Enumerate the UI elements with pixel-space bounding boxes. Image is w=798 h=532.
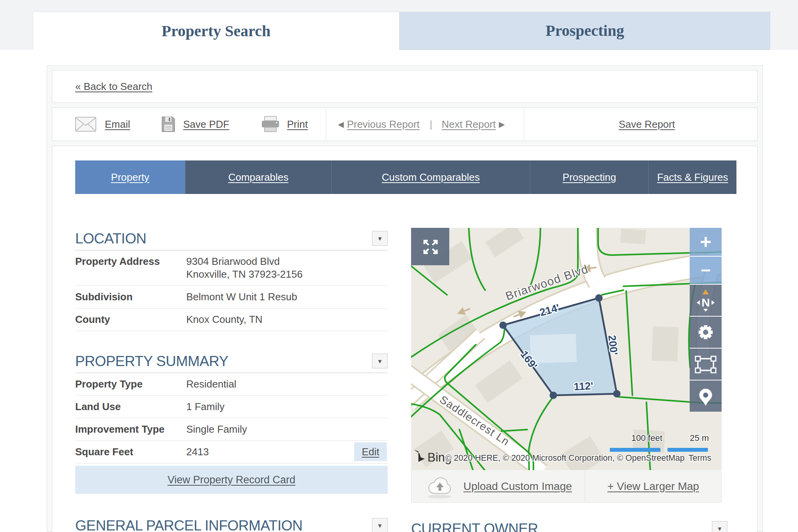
save-pdf-button[interactable] <box>161 116 175 132</box>
map-controls: + − N <box>690 228 722 412</box>
upload-custom-image-button[interactable]: Upload Custom Image <box>411 470 585 502</box>
back-to-search-link[interactable]: « Back to Search <box>75 70 152 103</box>
address-line-2: Knoxville, TN 37923-2156 <box>186 268 303 281</box>
previous-arrow-icon: ◀ <box>338 120 344 129</box>
back-bar <box>52 70 757 103</box>
tab-prospecting-top[interactable]: Prospecting <box>399 12 770 50</box>
upload-custom-image-label[interactable]: Upload Custom Image <box>463 480 572 493</box>
svg-text:N: N <box>701 296 710 309</box>
next-report-label[interactable]: Next Report <box>442 118 496 130</box>
scale-feet-label: 100 feet <box>631 433 662 443</box>
previous-report-label[interactable]: Previous Report <box>347 118 419 130</box>
print-button[interactable] <box>261 116 280 132</box>
property-details-column: LOCATION ▼ Property Address 9304 Briarwo… <box>75 231 388 532</box>
previous-report-button[interactable]: ◀ Previous Report <box>338 118 420 130</box>
general-parcel-title: GENERAL PARCEL INFORMATION <box>75 518 302 532</box>
zoom-in-button[interactable]: + <box>690 228 722 256</box>
view-larger-map-button[interactable]: + View Larger Map <box>585 470 721 502</box>
plus-icon: + <box>700 228 711 256</box>
save-report-button[interactable]: Save Report <box>619 118 675 130</box>
location-collapse-button[interactable]: ▼ <box>372 231 388 246</box>
selection-box-icon <box>690 348 722 380</box>
next-arrow-icon: ▶ <box>499 120 505 129</box>
dimension-112: 112' <box>574 380 593 393</box>
toolbar-divider <box>326 107 326 141</box>
current-owner-collapse-button[interactable]: ▼ <box>712 521 727 532</box>
view-property-record-card-bar: View Property Record Card <box>75 466 388 494</box>
tab-comparables[interactable]: Comparables <box>185 160 332 194</box>
report-nav-separator: | <box>430 118 433 130</box>
report-tabs: Property Comparables Custom Comparables … <box>75 160 736 194</box>
scale-bar-meters <box>667 448 708 452</box>
location-title: LOCATION <box>75 231 146 247</box>
chevron-down-icon: ▼ <box>377 358 383 365</box>
row-county: County Knox County, TN <box>75 308 388 331</box>
dimension-200: 200' <box>606 335 620 356</box>
row-property-type: Property Type Residential <box>75 373 388 396</box>
envelope-icon <box>75 117 96 132</box>
address-line-1: 9304 Briarwood Blvd <box>186 255 303 268</box>
view-larger-map-label[interactable]: + View Larger Map <box>607 480 699 493</box>
compass-control[interactable]: N <box>690 284 722 316</box>
chevron-down-icon: ▼ <box>377 522 383 529</box>
tab-property[interactable]: Property <box>75 160 185 194</box>
property-summary-section-header: PROPERTY SUMMARY ▼ <box>75 354 388 373</box>
toolbar-divider-2 <box>524 107 524 141</box>
cloud-upload-icon <box>424 474 455 499</box>
row-square-feet: Square Feet 2413 Edit <box>75 441 388 463</box>
property-summary-collapse-button[interactable]: ▼ <box>372 354 388 368</box>
tab-prospecting[interactable]: Prospecting <box>530 160 649 194</box>
minus-icon: − <box>701 256 711 284</box>
row-land-use: Land Use 1 Family <box>75 396 388 418</box>
bing-map: Briarwood Blvd Saddlecrest Ln 214' 200' … <box>411 228 722 470</box>
tab-facts-figures[interactable]: Facts & Figures <box>649 160 736 194</box>
next-report-button[interactable]: Next Report ▶ <box>442 118 505 130</box>
print-label[interactable]: Print <box>287 118 308 130</box>
map-location-button[interactable] <box>690 380 722 412</box>
email-button[interactable] <box>75 117 96 132</box>
tab-property-search[interactable]: Property Search <box>33 12 399 50</box>
row-property-address: Property Address 9304 Briarwood Blvd Kno… <box>75 250 388 286</box>
general-parcel-collapse-button[interactable]: ▼ <box>372 518 388 532</box>
row-subdivision: Subdivision Belmont W Unit 1 Resub <box>75 286 388 308</box>
scale-bar-feet <box>610 448 660 452</box>
terms-link[interactable]: Terms <box>689 453 711 463</box>
map-settings-button[interactable] <box>690 316 722 348</box>
general-parcel-section-header: GENERAL PARCEL INFORMATION ▼ <box>75 518 388 532</box>
measure-selection-button[interactable] <box>690 348 722 380</box>
edit-square-feet-button[interactable]: Edit <box>354 442 387 461</box>
row-improvement-type: Improvement Type Single Family <box>75 418 388 441</box>
property-summary-title: PROPERTY SUMMARY <box>75 354 228 369</box>
printer-icon <box>261 116 280 132</box>
map-pin-icon <box>690 380 722 412</box>
zoom-out-button[interactable]: − <box>690 256 722 284</box>
tab-custom-comparables[interactable]: Custom Comparables <box>332 160 530 194</box>
expand-arrows-icon <box>417 234 444 259</box>
current-owner-section-header: CURRENT OWNER ▼ <box>411 521 727 532</box>
chevron-down-icon: ▼ <box>717 525 723 532</box>
current-owner-title: CURRENT OWNER <box>411 521 538 532</box>
chevron-down-icon: ▼ <box>377 235 383 242</box>
location-section-header: LOCATION ▼ <box>75 231 388 250</box>
view-property-record-card-link[interactable]: View Property Record Card <box>168 474 295 486</box>
toolbar: Email Save PDF Print ◀ Previous Report |… <box>52 107 757 141</box>
compass-n-icon: N <box>690 284 722 316</box>
save-pdf-label[interactable]: Save PDF <box>183 118 230 130</box>
email-label[interactable]: Email <box>105 118 130 130</box>
map-canvas[interactable]: Briarwood Blvd Saddlecrest Ln 214' 200' … <box>411 228 722 470</box>
gear-icon <box>690 316 722 348</box>
map-footer: Upload Custom Image + View Larger Map <box>411 470 722 503</box>
map-expand-button[interactable] <box>411 228 449 265</box>
floppy-disk-icon <box>161 116 175 132</box>
scale-meters-label: 25 m <box>690 433 709 443</box>
map-attribution: © 2020 HERE, © 2020 Microsoft Corporatio… <box>445 453 685 463</box>
